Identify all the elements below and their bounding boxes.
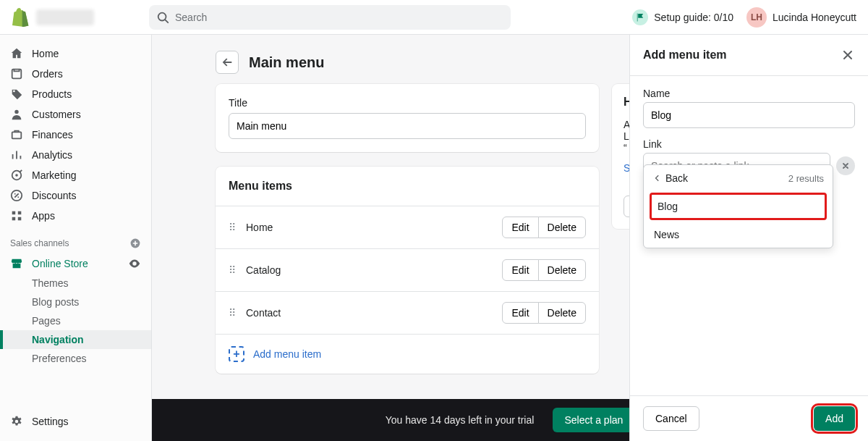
sidebar-item-label: Products [32, 88, 72, 100]
user-menu[interactable]: LH Lucinda Honeycutt [746, 7, 856, 28]
add-menu-item-drawer: Add menu item Name Link Back 2 results B [629, 35, 868, 441]
sidebar: Home Orders Products Customers Finances … [0, 35, 152, 441]
delete-button[interactable]: Delete [538, 302, 586, 324]
back-button[interactable] [216, 51, 239, 74]
store-name-placeholder [36, 9, 94, 25]
eye-icon[interactable] [128, 257, 141, 270]
sidebar-item-orders[interactable]: Orders [0, 64, 151, 84]
menu-items-card: Menu items ⠿ Home Edit Delete ⠿ Catalog … [216, 167, 599, 374]
link-label: Link [643, 138, 855, 150]
select-plan-button[interactable]: Select a plan [553, 408, 634, 432]
global-search[interactable]: Search [149, 5, 511, 30]
plus-dashed-icon: + [229, 346, 244, 362]
menu-title-input[interactable] [229, 113, 586, 139]
setup-guide-button[interactable]: Setup guide: 0/10 [632, 9, 733, 25]
close-icon[interactable] [841, 48, 855, 62]
add-button[interactable]: Add [814, 406, 855, 431]
arrow-left-icon [221, 56, 234, 69]
apps-icon [10, 209, 23, 222]
sidebar-item-marketing[interactable]: Marketing [0, 165, 151, 185]
dropdown-option-blog[interactable]: Blog [650, 193, 827, 220]
store-icon [10, 257, 23, 270]
sidebar-item-label: Orders [32, 68, 63, 80]
subnav-themes[interactable]: Themes [22, 274, 151, 293]
drag-handle-icon[interactable]: ⠿ [229, 264, 236, 276]
drag-handle-icon[interactable]: ⠿ [229, 307, 236, 319]
subnav-blog-posts[interactable]: Blog posts [22, 293, 151, 311]
name-input[interactable] [643, 102, 855, 128]
sidebar-item-products[interactable]: Products [0, 84, 151, 104]
sidebar-item-apps[interactable]: Apps [0, 206, 151, 226]
menu-item-name: Contact [246, 307, 502, 319]
tag-icon [10, 88, 23, 101]
sidebar-item-label: Online Store [32, 258, 88, 269]
svg-line-1 [166, 20, 169, 22]
sidebar-item-customers[interactable]: Customers [0, 104, 151, 125]
menu-item-row: ⠿ Catalog Edit Delete [216, 248, 599, 291]
svg-rect-12 [12, 217, 16, 221]
gear-icon [10, 415, 23, 428]
delete-button[interactable]: Delete [538, 259, 586, 281]
dropdown-results-count: 2 results [788, 173, 824, 184]
dropdown-option-news[interactable]: News [644, 222, 833, 248]
avatar: LH [746, 7, 767, 28]
cancel-button[interactable]: Cancel [643, 406, 699, 431]
subnav-navigation[interactable]: Navigation [0, 330, 151, 349]
edit-button[interactable]: Edit [502, 217, 538, 238]
svg-point-8 [14, 193, 16, 195]
sidebar-item-label: Marketing [32, 169, 76, 181]
svg-rect-10 [12, 211, 16, 215]
add-menu-item-button[interactable]: + Add menu item [216, 334, 599, 374]
menu-item-row: ⠿ Home Edit Delete [216, 206, 599, 248]
svg-rect-4 [12, 132, 22, 138]
setup-guide-label: Setup guide: 0/10 [654, 12, 733, 23]
svg-rect-11 [18, 211, 22, 215]
topbar: Search Setup guide: 0/10 LH Lucinda Hone… [0, 0, 868, 35]
menu-item-row: ⠿ Contact Edit Delete [216, 291, 599, 334]
orders-icon [10, 67, 23, 80]
sidebar-item-label: Home [32, 48, 59, 59]
sidebar-item-label: Finances [32, 129, 73, 140]
sidebar-item-finances[interactable]: Finances [0, 125, 151, 145]
edit-button[interactable]: Edit [502, 259, 538, 281]
sidebar-item-discounts[interactable]: Discounts [0, 185, 151, 206]
analytics-icon [10, 148, 23, 161]
search-icon [156, 11, 175, 24]
title-card: Title [216, 84, 599, 152]
edit-button[interactable]: Edit [502, 302, 538, 324]
discount-icon [10, 189, 23, 202]
briefcase-icon [10, 128, 23, 141]
drawer-title: Add menu item [643, 49, 727, 62]
settings-label: Settings [32, 416, 69, 427]
person-icon [10, 108, 23, 121]
sidebar-item-label: Discounts [32, 190, 76, 201]
subnav-pages[interactable]: Pages [22, 311, 151, 330]
sidebar-item-home[interactable]: Home [0, 43, 151, 64]
link-dropdown: Back 2 results Blog News [643, 164, 833, 248]
sidebar-item-online-store[interactable]: Online Store [0, 253, 151, 274]
sidebar-item-analytics[interactable]: Analytics [0, 145, 151, 165]
clear-link-icon[interactable] [836, 156, 855, 175]
menu-item-name: Catalog [246, 264, 502, 276]
sidebar-settings[interactable]: Settings [0, 405, 151, 441]
menu-item-name: Home [246, 222, 502, 233]
svg-point-6 [15, 174, 18, 177]
search-placeholder: Search [175, 12, 207, 23]
subnav-preferences[interactable]: Preferences [22, 349, 151, 368]
drag-handle-icon[interactable]: ⠿ [229, 222, 236, 233]
flag-icon [632, 9, 648, 25]
target-icon [10, 169, 23, 182]
dropdown-back-label: Back [665, 172, 688, 184]
home-icon [10, 47, 23, 60]
svg-rect-13 [18, 217, 22, 221]
name-label: Name [643, 88, 855, 99]
add-channel-icon[interactable] [129, 238, 141, 249]
sidebar-item-label: Customers [32, 109, 81, 120]
dropdown-back-button[interactable]: Back [652, 172, 688, 184]
title-label: Title [229, 97, 586, 109]
add-menu-item-label: Add menu item [253, 348, 321, 360]
menu-items-heading: Menu items [216, 167, 599, 206]
delete-button[interactable]: Delete [538, 217, 586, 238]
sidebar-item-label: Analytics [32, 149, 72, 161]
channels-header: Sales channels [0, 226, 151, 253]
